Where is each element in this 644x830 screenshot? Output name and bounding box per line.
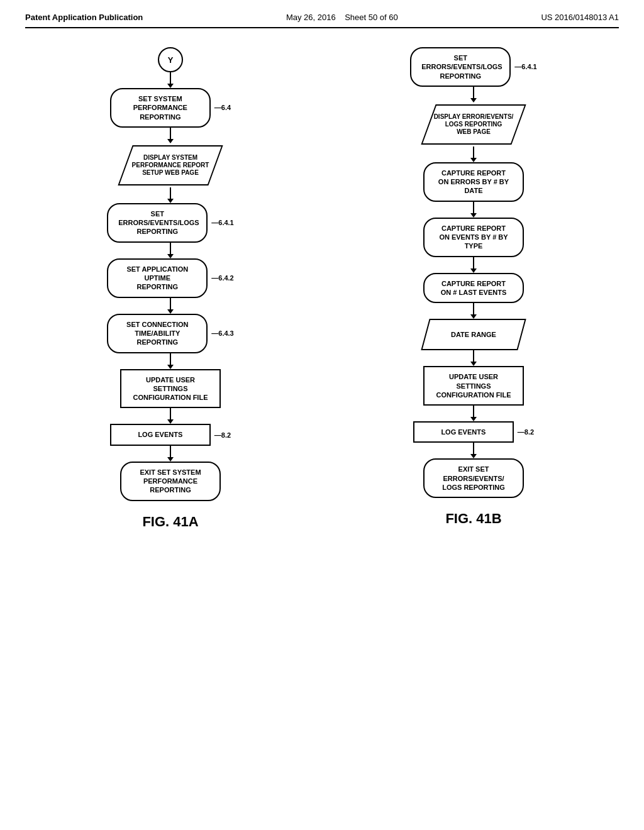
set-app-uptime-ref: —6.4.2 xyxy=(211,274,233,282)
set-sys-perf-text: SET SYSTEM PERFORMANCEREPORTING xyxy=(133,95,187,121)
header-right: US 2016/0148013 A1 xyxy=(541,13,619,22)
exit-errors-events-shape: EXIT SET ERRORS/EVENTS/LOGS REPORTING xyxy=(423,458,524,498)
update-user-settings-b-row: UPDATE USER SETTINGSCONFIGURATION FILE xyxy=(423,366,524,406)
log-events-row: LOG EVENTS —8.2 xyxy=(110,424,231,445)
arrow-b8 xyxy=(470,443,477,458)
arrow-b7 xyxy=(470,406,477,421)
flowchart-41b: SET ERRORS/EVENTS/LOGSREPORTING —6.4.1 D… xyxy=(410,47,536,498)
set-errors-events-text: SET ERRORS/EVENTS/LOGSREPORTING xyxy=(118,210,199,236)
arrow-2 xyxy=(167,128,174,143)
capture-events-type-text: CAPTURE REPORTON EVENTS BY # BYTYPE xyxy=(439,224,508,250)
capture-errors-date-text: CAPTURE REPORTON ERRORS BY # BYDATE xyxy=(438,169,509,195)
display-sys-perf-shape: DISPLAY SYSTEMPERFORMANCE REPORTSETUP WE… xyxy=(120,143,221,187)
log-events-b-ref: —8.2 xyxy=(518,428,534,436)
set-errors-events-row: SET ERRORS/EVENTS/LOGSREPORTING —6.4.1 xyxy=(107,203,233,243)
set-errors-events-shape: SET ERRORS/EVENTS/LOGSREPORTING xyxy=(107,203,208,243)
capture-last-events-shape: CAPTURE REPORTON # LAST EVENTS xyxy=(423,273,524,304)
arrow-1 xyxy=(167,72,174,88)
start-y-text: Y xyxy=(168,55,174,65)
page-header: Patent Application Publication May 26, 2… xyxy=(25,13,619,28)
arrow-6 xyxy=(167,353,174,369)
start-y-circle: Y xyxy=(158,47,183,72)
arrow-4 xyxy=(167,243,174,258)
figure-41a: Y SET SYSTEM PERFORMANCEREPORTING —6.4 D… xyxy=(25,47,316,530)
display-error-events-shape: DISPLAY ERROR/EVENTS/LOGS REPORTINGWEB P… xyxy=(423,102,524,147)
header-left: Patent Application Publication xyxy=(25,13,143,22)
arrow-b4 xyxy=(470,257,477,273)
update-user-settings-shape: UPDATE USER SETTINGSCONFIGURATION FILE xyxy=(120,369,221,409)
start-node-row: Y xyxy=(158,47,183,72)
log-events-b-text: LOG EVENTS xyxy=(441,428,486,436)
header-date: May 26, 2016 xyxy=(286,13,336,22)
capture-errors-date-row: CAPTURE REPORTON ERRORS BY # BYDATE xyxy=(423,162,524,202)
log-events-shape: LOG EVENTS xyxy=(110,424,211,445)
set-errors-events-logs-row: SET ERRORS/EVENTS/LOGSREPORTING —6.4.1 xyxy=(410,47,536,87)
capture-last-events-row: CAPTURE REPORTON # LAST EVENTS xyxy=(423,273,524,304)
log-events-text: LOG EVENTS xyxy=(138,431,182,438)
arrow-7 xyxy=(167,408,174,424)
arrow-b3 xyxy=(470,202,477,218)
update-user-settings-b-shape: UPDATE USER SETTINGSCONFIGURATION FILE xyxy=(423,366,524,406)
capture-events-type-row: CAPTURE REPORTON EVENTS BY # BYTYPE xyxy=(423,218,524,257)
set-connection-shape: SET CONNECTIONTIME/ABILITYREPORTING xyxy=(107,314,208,353)
arrow-b6 xyxy=(470,350,477,366)
exit-errors-events-row: EXIT SET ERRORS/EVENTS/LOGS REPORTING xyxy=(423,458,524,498)
capture-events-type-shape: CAPTURE REPORTON EVENTS BY # BYTYPE xyxy=(423,218,524,257)
display-error-events-text: DISPLAY ERROR/EVENTS/LOGS REPORTINGWEB P… xyxy=(434,113,514,136)
exit-sys-perf-row: EXIT SET SYSTEMPERFORMANCE REPORTING xyxy=(120,462,221,501)
set-errors-events-logs-ref: —6.4.1 xyxy=(514,63,536,70)
page: Patent Application Publication May 26, 2… xyxy=(0,0,644,830)
capture-errors-date-shape: CAPTURE REPORTON ERRORS BY # BYDATE xyxy=(423,162,524,202)
date-range-shape: DATE RANGE xyxy=(423,319,524,350)
arrow-b1 xyxy=(470,87,477,102)
arrow-b5 xyxy=(470,303,477,319)
display-sys-perf-text: DISPLAY SYSTEMPERFORMANCE REPORTSETUP WE… xyxy=(132,154,209,177)
set-sys-perf-row: SET SYSTEM PERFORMANCEREPORTING —6.4 xyxy=(110,88,231,128)
fig-41a-label: FIG. 41A xyxy=(142,514,198,530)
header-sheet: Sheet 50 of 60 xyxy=(345,13,398,22)
exit-errors-events-text: EXIT SET ERRORS/EVENTS/LOGS REPORTING xyxy=(442,465,505,491)
set-connection-row: SET CONNECTIONTIME/ABILITYREPORTING —6.4… xyxy=(107,314,233,353)
set-errors-events-ref: —6.4.1 xyxy=(211,219,233,226)
date-range-text: DATE RANGE xyxy=(451,331,496,338)
set-sys-perf-shape: SET SYSTEM PERFORMANCEREPORTING xyxy=(110,88,211,128)
arrow-5 xyxy=(167,298,174,314)
update-user-settings-text: UPDATE USER SETTINGSCONFIGURATION FILE xyxy=(133,376,208,402)
arrow-3 xyxy=(167,187,174,203)
update-user-settings-row: UPDATE USER SETTINGSCONFIGURATION FILE xyxy=(120,369,221,409)
set-app-uptime-text: SET APPLICATION UPTIMEREPORTING xyxy=(126,265,188,291)
figures-container: Y SET SYSTEM PERFORMANCEREPORTING —6.4 D… xyxy=(25,47,619,530)
capture-last-events-text: CAPTURE REPORTON # LAST EVENTS xyxy=(441,280,507,296)
log-events-ref: —8.2 xyxy=(214,431,231,439)
figure-41b: SET ERRORS/EVENTS/LOGSREPORTING —6.4.1 D… xyxy=(328,47,619,527)
header-center: May 26, 2016 Sheet 50 of 60 xyxy=(286,13,398,22)
set-app-uptime-shape: SET APPLICATION UPTIMEREPORTING xyxy=(107,258,208,298)
log-events-b-shape: LOG EVENTS xyxy=(413,421,514,443)
set-errors-events-logs-shape: SET ERRORS/EVENTS/LOGSREPORTING xyxy=(410,47,511,87)
arrow-b2 xyxy=(470,147,477,162)
arrow-8 xyxy=(167,446,174,462)
exit-sys-perf-text: EXIT SET SYSTEMPERFORMANCE REPORTING xyxy=(140,468,201,494)
set-connection-ref: —6.4.3 xyxy=(211,329,233,337)
set-sys-perf-ref: —6.4 xyxy=(214,104,231,111)
set-errors-events-logs-text: SET ERRORS/EVENTS/LOGSREPORTING xyxy=(421,54,502,80)
update-user-settings-b-text: UPDATE USER SETTINGSCONFIGURATION FILE xyxy=(436,373,511,399)
flowchart-41a: Y SET SYSTEM PERFORMANCEREPORTING —6.4 D… xyxy=(107,47,233,501)
fig-41b-label: FIG. 41B xyxy=(445,511,501,527)
set-app-uptime-row: SET APPLICATION UPTIMEREPORTING —6.4.2 xyxy=(107,258,233,298)
exit-sys-perf-shape: EXIT SET SYSTEMPERFORMANCE REPORTING xyxy=(120,462,221,501)
set-connection-text: SET CONNECTIONTIME/ABILITYREPORTING xyxy=(126,321,188,346)
log-events-b-row: LOG EVENTS —8.2 xyxy=(413,421,534,443)
